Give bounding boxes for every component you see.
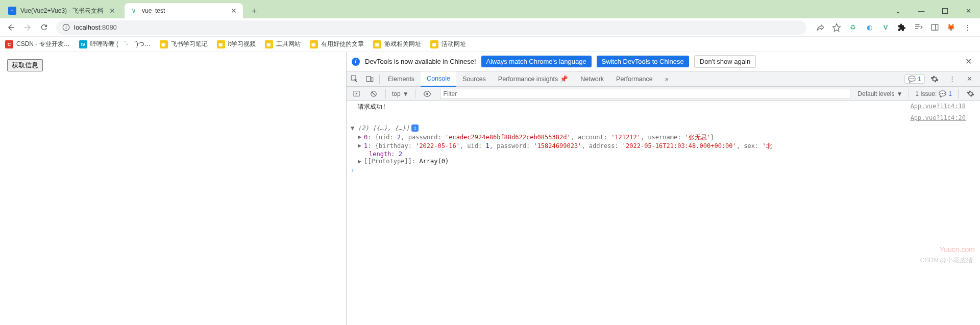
tab-performance-insights[interactable]: Performance insights📌	[492, 71, 574, 87]
svg-rect-2	[66, 27, 66, 29]
log-source-link[interactable]: App.vue?11c4:20	[911, 114, 969, 121]
prop-key: address	[589, 142, 615, 149]
browser-tab-inactive[interactable]: ≡ Vue(Vue2+Vue3) - 飞书云文档 ✕	[3, 3, 121, 18]
device-toolbar-icon[interactable]	[362, 71, 377, 87]
devtools-tab-bar: Elements Console Sources Performance ins…	[347, 71, 980, 87]
omnibox[interactable]: localhost:8080	[56, 20, 806, 35]
reading-list-icon[interactable]	[914, 23, 923, 32]
close-banner-icon[interactable]: ✕	[962, 57, 975, 66]
log-levels-selector[interactable]: Default levels ▼	[855, 90, 904, 97]
forward-button[interactable]	[20, 20, 35, 35]
svg-rect-7	[366, 77, 371, 82]
prop-value: '121212'	[611, 134, 641, 141]
info-badge-icon[interactable]: i	[411, 124, 419, 132]
watermark-site: Yuucn.com	[940, 245, 975, 254]
bookmark-folder[interactable]: ▣游戏相关网址	[373, 40, 421, 48]
site-info-icon[interactable]	[62, 23, 70, 31]
switch-to-chinese-button[interactable]: Switch DevTools to Chinese	[597, 56, 689, 67]
close-tab-icon[interactable]: ✕	[230, 7, 238, 15]
console-prompt[interactable]: ›	[347, 165, 980, 176]
more-tabs-icon[interactable]: »	[659, 71, 675, 87]
bookmark-star-icon[interactable]	[832, 23, 841, 32]
fetch-info-button[interactable]: 获取信息	[7, 59, 43, 71]
console-prototype[interactable]: ▶ [[Prototype]]: Array(0)	[347, 158, 980, 165]
minimize-button[interactable]: —	[910, 3, 933, 18]
side-panel-icon[interactable]	[930, 23, 939, 32]
vue-devtools-icon[interactable]: V	[881, 23, 890, 32]
console-toolbar: top ▼ Default levels ▼ 1 Issue: 💬 1	[347, 87, 980, 101]
bookmarks-bar: CCSDN - 专业开发… tv哔哩哔哩 ( ゜- ゜)つ… ▣飞书学习笔记 ▣…	[0, 37, 980, 52]
kebab-menu-icon[interactable]: ⋮	[944, 71, 960, 87]
bookmark-bilibili[interactable]: tv哔哩哔哩 ( ゜- ゜)つ…	[79, 40, 151, 48]
expand-toggle-icon[interactable]: ▶	[358, 142, 361, 149]
chrome-menu-icon[interactable]: ⋮	[963, 23, 972, 32]
recycle-ext-icon[interactable]: ♻	[848, 23, 857, 32]
profile-ext-icon[interactable]: 🦊	[946, 23, 955, 32]
new-tab-button[interactable]: +	[247, 4, 261, 18]
close-window-button[interactable]: ✕	[957, 3, 980, 18]
settings-gear-icon[interactable]	[927, 71, 942, 87]
always-match-language-button[interactable]: Always match Chrome's language	[481, 56, 592, 67]
console-array-length: length: 2	[347, 151, 980, 158]
bookmark-label: 哔哩哔哩 ( ゜- ゜)つ…	[90, 40, 151, 48]
issue-label: 1 Issue:	[915, 90, 937, 97]
expand-toggle-icon[interactable]: ▶	[358, 158, 361, 165]
expand-toggle-icon[interactable]: ▼	[351, 124, 354, 132]
tab-network[interactable]: Network	[574, 71, 610, 87]
bookmark-folder[interactable]: ▣有用好使的文章	[310, 40, 364, 48]
console-settings-gear-icon[interactable]	[963, 86, 978, 102]
tab-elements[interactable]: Elements	[382, 71, 421, 87]
inspect-element-icon[interactable]	[347, 71, 362, 87]
bookmark-label: 活动网址	[442, 40, 466, 48]
bookmark-label: 飞书学习笔记	[171, 40, 208, 48]
bookmark-folder[interactable]: ▣工具网站	[265, 40, 301, 48]
banner-text: DevTools is now available in Chinese!	[365, 58, 476, 65]
share-icon[interactable]	[816, 23, 825, 32]
svg-rect-0	[942, 8, 947, 13]
prop-key: [[Prototype]]	[364, 158, 412, 165]
bookmark-folder[interactable]: ▣活动网址	[430, 40, 466, 48]
back-button[interactable]	[4, 20, 18, 35]
console-object-line[interactable]: ▼ (2) [{…}, {…}] i	[347, 123, 980, 133]
bookmark-folder[interactable]: ▣it学习视频	[217, 40, 256, 48]
console-sidebar-toggle-icon[interactable]	[349, 86, 364, 102]
live-expression-icon[interactable]	[420, 86, 435, 102]
issues-indicator[interactable]: 1 Issue: 💬 1	[913, 90, 954, 97]
console-array-item[interactable]: ▶ 0: {uid: 2, password: 'ecadec2924e86bf…	[347, 133, 980, 142]
tab-sources[interactable]: Sources	[456, 71, 492, 87]
console-array-item[interactable]: ▶ 1: {birthday: '2022-05-16', uid: 1, pa…	[347, 142, 980, 151]
issue-count: 1	[948, 90, 952, 97]
console-filter-input[interactable]	[440, 89, 851, 99]
reload-button[interactable]	[37, 20, 51, 35]
context-label: top	[392, 90, 401, 97]
log-message: 请求成功!	[358, 103, 911, 111]
bookmark-label: CSDN - 专业开发…	[16, 40, 70, 48]
clear-console-icon[interactable]	[366, 86, 381, 102]
tab-performance[interactable]: Performance	[610, 71, 659, 87]
expand-toggle-icon[interactable]: ▶	[358, 133, 361, 140]
prop-key: password	[408, 134, 438, 141]
chevron-down-icon[interactable]: ⌄	[886, 7, 910, 15]
messages-badge[interactable]: 💬1	[904, 74, 925, 84]
bookmark-folder[interactable]: ▣飞书学习笔记	[160, 40, 208, 48]
browser-tab-active[interactable]: V vue_test ✕	[125, 3, 243, 18]
tab-console[interactable]: Console	[421, 71, 456, 87]
url-text: localhost:8080	[74, 23, 117, 31]
prop-value: Array(0)	[419, 158, 449, 165]
svg-rect-4	[932, 24, 938, 30]
prop-key: account	[578, 134, 604, 141]
close-devtools-icon[interactable]: ✕	[962, 71, 977, 87]
svg-rect-3	[66, 26, 66, 26]
log-source-link[interactable]: App.vue?11c4:18	[911, 103, 969, 111]
close-tab-icon[interactable]: ✕	[108, 7, 116, 15]
folder-icon: ▣	[160, 40, 168, 48]
svg-rect-8	[371, 78, 373, 82]
maximize-button[interactable]	[933, 3, 957, 18]
context-selector[interactable]: top ▼	[390, 90, 411, 97]
folder-icon: ▣	[373, 40, 381, 48]
globe-ext-icon[interactable]: ◐	[865, 23, 874, 32]
dont-show-again-button[interactable]: Don't show again	[694, 55, 756, 68]
extensions-icon[interactable]	[897, 23, 906, 32]
bookmark-csdn[interactable]: CCSDN - 专业开发…	[5, 40, 70, 48]
pin-icon: 📌	[560, 75, 568, 83]
